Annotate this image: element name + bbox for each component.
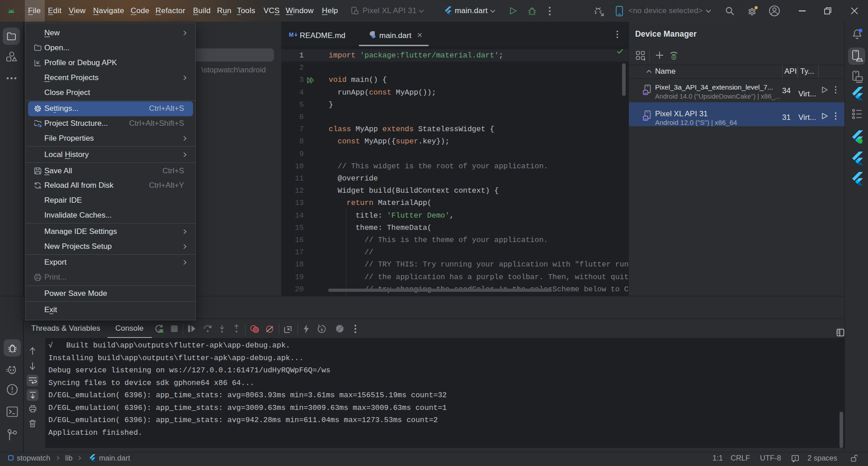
svg-text:M: M xyxy=(289,32,293,38)
